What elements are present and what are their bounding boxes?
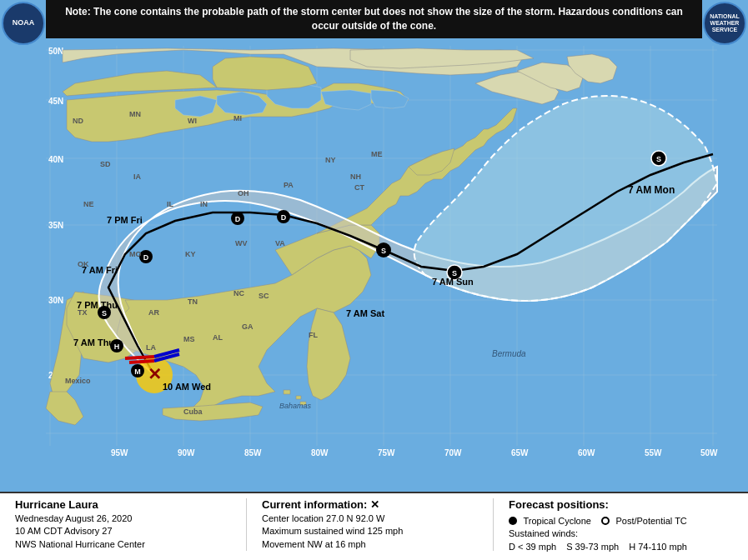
svg-text:7 PM Fri: 7 PM Fri [107, 215, 143, 225]
hurricane-name: Hurricane Laura [15, 498, 239, 512]
svg-text:D: D [281, 213, 287, 222]
svg-text:ND: ND [73, 117, 83, 125]
svg-text:80W: 80W [311, 448, 329, 458]
svg-text:SC: SC [259, 292, 269, 300]
svg-text:WI: WI [188, 117, 197, 125]
svg-text:LA: LA [146, 343, 156, 352]
svg-text:AR: AR [148, 308, 159, 317]
svg-text:H: H [114, 342, 120, 351]
svg-text:D: D [235, 215, 241, 223]
noaa-logo: NOAA [2, 2, 45, 45]
svg-text:D: D [143, 253, 149, 262]
svg-text:PA: PA [284, 181, 294, 189]
svg-text:85W: 85W [244, 448, 262, 458]
svg-text:MO: MO [129, 250, 142, 258]
hurricane-date: Wednesday August 26, 2020 [15, 512, 239, 525]
svg-text:95W: 95W [111, 448, 128, 458]
svg-text:35N: 35N [48, 221, 63, 230]
svg-text:7 AM Mon: 7 AM Mon [628, 184, 675, 196]
svg-text:30N: 30N [48, 296, 63, 305]
nws-logo: NATIONAL WEATHER SERVICE [703, 2, 746, 45]
note-bar: Note: The cone contains the probable pat… [46, 0, 702, 38]
current-wind: Maximum sustained wind 125 mph [262, 525, 486, 538]
svg-rect-58 [296, 396, 301, 399]
svg-text:7 AM Sun: 7 AM Sun [432, 277, 474, 287]
svg-text:ME: ME [371, 150, 383, 158]
svg-text:90W: 90W [178, 448, 195, 458]
svg-text:45N: 45N [48, 97, 63, 106]
forecast-legend-row2: D < 39 mph S 39-73 mph H 74-110 mph M > … [509, 541, 733, 560]
svg-text:S: S [656, 155, 661, 163]
tc-dot [509, 517, 517, 525]
svg-line-80 [125, 357, 154, 358]
svg-line-81 [129, 361, 154, 362]
svg-text:7 AM Thu: 7 AM Thu [73, 338, 114, 348]
svg-text:MS: MS [183, 335, 195, 343]
svg-text:IL: IL [167, 200, 174, 208]
svg-text:10 AM Wed: 10 AM Wed [163, 382, 211, 392]
post-tc-circle [601, 517, 610, 525]
sustained-winds-label: Sustained winds: [509, 528, 733, 540]
forecast-section: Forecast positions: Tropical Cyclone Pos… [502, 498, 740, 560]
current-movement: Movement NW at 16 mph [262, 538, 486, 551]
post-tc-legend: Post/Potential TC [601, 512, 687, 528]
svg-text:NY: NY [325, 156, 336, 164]
svg-text:CT: CT [354, 183, 364, 192]
svg-text:55W: 55W [645, 448, 662, 458]
svg-text:75W: 75W [378, 448, 395, 458]
svg-text:OH: OH [238, 189, 249, 198]
svg-text:VA: VA [275, 239, 285, 248]
svg-text:Bermuda: Bermuda [492, 349, 526, 358]
hurricane-info-section: Hurricane Laura Wednesday August 26, 202… [8, 498, 247, 551]
svg-text:KY: KY [185, 250, 196, 258]
svg-text:IN: IN [200, 200, 208, 208]
svg-text:65W: 65W [511, 448, 529, 458]
svg-text:NC: NC [233, 289, 244, 298]
current-info-section: Current information: ✕ Center location 2… [255, 498, 494, 551]
svg-text:✕: ✕ [148, 365, 162, 383]
svg-text:SD: SD [100, 160, 111, 168]
current-center: Center location 27.0 N 92.0 W [262, 512, 486, 525]
svg-text:GA: GA [242, 322, 254, 331]
svg-text:Mexico: Mexico [65, 377, 91, 385]
svg-text:MN: MN [129, 110, 141, 118]
hurricane-center: NWS National Hurricane Center [15, 538, 239, 551]
svg-text:IA: IA [133, 172, 142, 181]
forecast-title: Forecast positions: [509, 498, 733, 512]
svg-text:40N: 40N [48, 155, 63, 164]
svg-text:AL: AL [213, 333, 223, 342]
map-svg: 50N 45N 40N 35N 30N 25N 95W 90W 85W 80W … [0, 0, 748, 492]
svg-rect-57 [284, 390, 290, 394]
svg-text:FL: FL [309, 331, 318, 339]
current-info-title: Current information: ✕ [262, 498, 486, 512]
hurricane-advisory: 10 AM CDT Advisory 27 [15, 525, 239, 538]
svg-text:M: M [134, 368, 141, 376]
main-container: NOAA NATIONAL WEATHER SERVICE Note: The … [0, 0, 748, 560]
map-area: 50N 45N 40N 35N 30N 25N 95W 90W 85W 80W … [0, 0, 748, 492]
svg-text:50W: 50W [700, 448, 718, 458]
svg-text:7 AM Sat: 7 AM Sat [346, 308, 384, 318]
svg-text:Bahamas: Bahamas [279, 402, 312, 410]
svg-text:S: S [381, 247, 386, 255]
svg-text:7 PM Thu: 7 PM Thu [77, 300, 118, 310]
svg-text:50N: 50N [48, 47, 63, 56]
svg-text:S: S [102, 309, 107, 318]
svg-text:Cuba: Cuba [183, 408, 203, 416]
svg-text:7 AM Fri: 7 AM Fri [82, 265, 118, 275]
svg-text:MI: MI [233, 114, 242, 122]
svg-text:TN: TN [188, 298, 198, 306]
svg-text:NE: NE [83, 200, 94, 208]
svg-text:60W: 60W [578, 448, 595, 458]
svg-text:WV: WV [235, 239, 248, 248]
info-bar: Hurricane Laura Wednesday August 26, 202… [0, 492, 748, 560]
tropical-cyclone-legend: Tropical Cyclone [509, 512, 591, 528]
forecast-legend-row1: Tropical Cyclone Post/Potential TC [509, 512, 733, 528]
svg-text:70W: 70W [444, 448, 462, 458]
svg-text:NH: NH [350, 172, 361, 181]
